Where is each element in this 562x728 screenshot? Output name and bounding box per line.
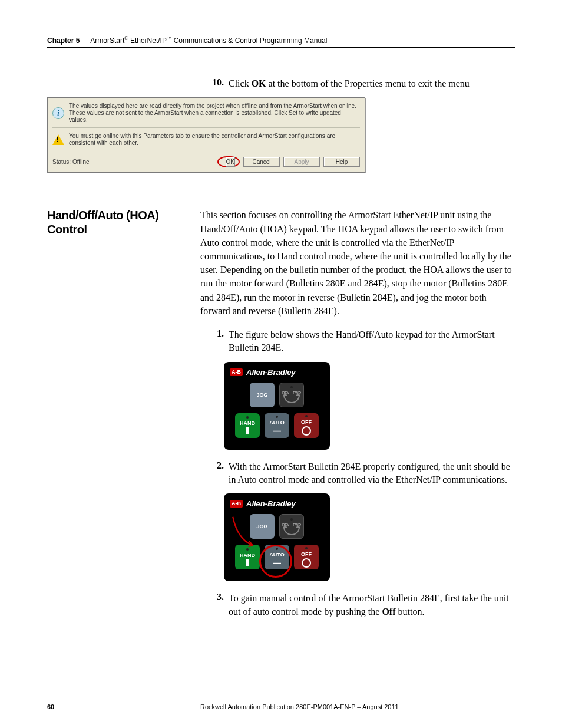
led-icon <box>305 547 308 549</box>
help-button[interactable]: Help <box>323 157 360 167</box>
jog-button[interactable]: JOG <box>250 514 275 539</box>
direction-button[interactable]: REV FWD <box>279 514 304 539</box>
step-3: 3. To gain manual control of the ArmorSt… <box>206 592 515 618</box>
section-heading: Hand/Off/Auto (HOA) Control <box>47 208 189 236</box>
direction-arc-icon <box>283 527 300 535</box>
warning-icon <box>52 134 64 145</box>
led-icon <box>246 548 249 551</box>
ab-logo: A-B <box>230 500 243 508</box>
step-text: The figure below shows the Hand/Off/Auto… <box>229 328 515 355</box>
info-icon: i <box>52 107 64 119</box>
led-icon <box>276 416 278 418</box>
hand-button[interactable]: HAND <box>235 413 260 438</box>
step-number: 3. <box>206 592 229 618</box>
step-text: With the ArmorStart Bulletin 284E proper… <box>229 460 515 487</box>
header-title: ArmorStart® EtherNet/IP™ Communications … <box>90 35 327 45</box>
keypad-figure-2: A-B Allen-Bradley JOG REV FWD <box>224 493 330 581</box>
running-header: Chapter 5 ArmorStart® EtherNet/IP™ Commu… <box>47 35 515 48</box>
led-icon <box>276 548 278 550</box>
auto-button[interactable]: AUTO — <box>265 545 289 569</box>
step-number: 2. <box>206 460 229 487</box>
off-bold: Off <box>382 607 395 617</box>
dialog-footer: Status: Offline OK Cancel Apply Help <box>48 154 365 172</box>
publication-info: Rockwell Automation Publication 280E-PM0… <box>200 703 515 710</box>
direction-button[interactable]: REV FWD <box>279 383 304 407</box>
page-number: 60 <box>47 703 200 710</box>
off-button[interactable]: OFF <box>294 413 319 438</box>
step-10: 10. Click OK at the bottom of the Proper… <box>206 77 515 90</box>
title-prefix: ArmorStart <box>90 37 124 45</box>
keypad-figure-1: A-B Allen-Bradley JOG REV FWD <box>224 362 330 450</box>
title-suffix: Communications & Control Programming Man… <box>171 37 327 45</box>
step-text: To gain manual control of the ArmorStart… <box>229 592 515 618</box>
hand-icon <box>246 559 249 566</box>
auto-icon: — <box>273 427 281 435</box>
led-icon <box>290 518 293 521</box>
auto-icon: — <box>273 559 281 567</box>
ok-bold: OK <box>252 78 266 88</box>
cancel-button[interactable]: Cancel <box>243 157 280 167</box>
page-footer: 60 Rockwell Automation Publication 280E-… <box>47 703 515 710</box>
step-text: Click OK at the bottom of the Properties… <box>229 77 515 90</box>
hand-button[interactable]: HAND <box>235 545 260 569</box>
step-2: 2. With the ArmorStart Bulletin 284E pro… <box>206 460 515 487</box>
direction-arc-icon <box>283 395 300 403</box>
step-number: 10. <box>206 77 229 90</box>
apply-button[interactable]: Apply <box>283 157 320 167</box>
led-icon <box>305 415 308 417</box>
ok-button[interactable]: OK <box>226 157 235 167</box>
brand-label: Allen-Bradley <box>246 368 296 377</box>
status-text: Status: Offline <box>52 159 217 165</box>
intro-paragraph: This section focuses on controlling the … <box>200 208 515 318</box>
title-mid: EtherNet/IP <box>128 37 167 45</box>
led-icon <box>290 386 293 388</box>
off-button[interactable]: OFF <box>294 545 319 569</box>
chapter-label: Chapter 5 <box>47 37 80 45</box>
off-icon <box>302 558 311 568</box>
warning-row: You must go online with this Parameters … <box>52 131 360 148</box>
dialog-figure: i The values displayed here are read dir… <box>47 97 365 173</box>
step-number: 1. <box>206 328 229 355</box>
hand-icon <box>246 427 249 434</box>
ab-logo: A-B <box>230 368 243 376</box>
brand-label: Allen-Bradley <box>246 499 296 508</box>
auto-button[interactable]: AUTO — <box>265 413 289 438</box>
off-icon <box>302 426 311 436</box>
step-1: 1. The figure below shows the Hand/Off/A… <box>206 328 515 355</box>
led-icon <box>246 416 249 419</box>
ok-highlight-ring: OK <box>217 156 240 167</box>
jog-button[interactable]: JOG <box>250 383 275 407</box>
info-text: The values displayed here are read direc… <box>69 103 360 124</box>
warning-text: You must go online with this Parameters … <box>69 133 360 147</box>
info-row: i The values displayed here are read dir… <box>52 101 360 125</box>
